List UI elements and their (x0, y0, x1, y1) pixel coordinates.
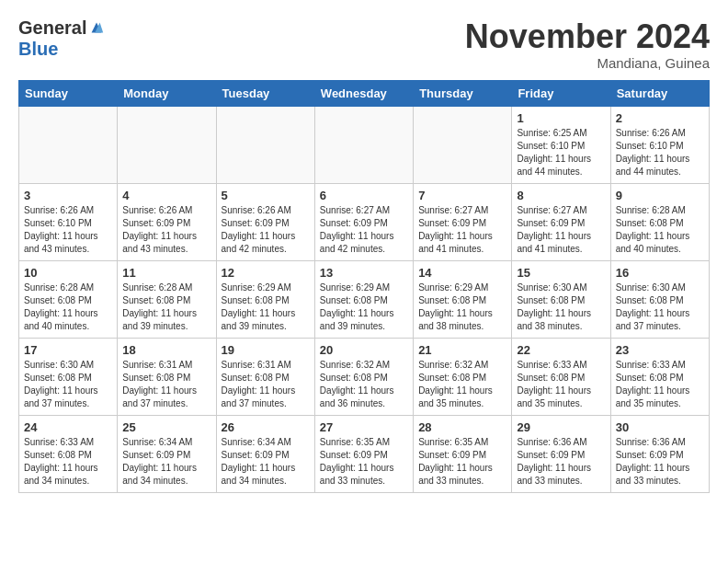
calendar-cell: 21Sunrise: 6:32 AMSunset: 6:08 PMDayligh… (414, 338, 512, 415)
day-number: 28 (418, 420, 506, 434)
calendar-cell (19, 106, 118, 183)
cell-details: Sunrise: 6:28 AMSunset: 6:08 PMDaylight:… (122, 282, 210, 333)
cell-details: Sunrise: 6:25 AMSunset: 6:10 PMDaylight:… (517, 127, 605, 178)
logo-general-text: General (18, 18, 86, 37)
logo-blue-text: Blue (18, 39, 58, 59)
calendar-cell: 23Sunrise: 6:33 AMSunset: 6:08 PMDayligh… (610, 338, 709, 415)
cell-details: Sunrise: 6:31 AMSunset: 6:08 PMDaylight:… (122, 359, 210, 410)
calendar-cell: 17Sunrise: 6:30 AMSunset: 6:08 PMDayligh… (19, 338, 118, 415)
calendar-cell: 25Sunrise: 6:34 AMSunset: 6:09 PMDayligh… (118, 415, 216, 492)
cell-details: Sunrise: 6:30 AMSunset: 6:08 PMDaylight:… (616, 282, 704, 333)
calendar-cell (414, 106, 512, 183)
calendar-cell: 7Sunrise: 6:27 AMSunset: 6:09 PMDaylight… (414, 183, 512, 260)
day-number: 13 (320, 266, 408, 280)
day-number: 20 (320, 343, 408, 357)
col-header-saturday: Saturday (610, 80, 709, 106)
day-number: 11 (122, 266, 210, 280)
cell-details: Sunrise: 6:27 AMSunset: 6:09 PMDaylight:… (320, 204, 408, 256)
calendar-cell: 10Sunrise: 6:28 AMSunset: 6:08 PMDayligh… (19, 260, 118, 338)
cell-details: Sunrise: 6:29 AMSunset: 6:08 PMDaylight:… (222, 282, 310, 333)
cell-details: Sunrise: 6:26 AMSunset: 6:10 PMDaylight:… (24, 204, 112, 256)
col-header-friday: Friday (512, 80, 610, 106)
day-number: 21 (418, 343, 506, 357)
day-number: 27 (320, 420, 408, 434)
cell-details: Sunrise: 6:26 AMSunset: 6:09 PMDaylight:… (222, 204, 310, 256)
col-header-tuesday: Tuesday (216, 80, 314, 106)
cell-details: Sunrise: 6:33 AMSunset: 6:08 PMDaylight:… (616, 359, 704, 410)
cell-details: Sunrise: 6:27 AMSunset: 6:09 PMDaylight:… (418, 204, 506, 256)
col-header-thursday: Thursday (414, 80, 512, 106)
day-number: 26 (222, 420, 310, 434)
day-number: 29 (517, 420, 605, 434)
week-row-4: 17Sunrise: 6:30 AMSunset: 6:08 PMDayligh… (19, 338, 710, 415)
cell-details: Sunrise: 6:35 AMSunset: 6:09 PMDaylight:… (418, 436, 506, 488)
calendar-table: SundayMondayTuesdayWednesdayThursdayFrid… (18, 80, 710, 493)
calendar-cell: 9Sunrise: 6:28 AMSunset: 6:08 PMDaylight… (610, 183, 709, 260)
day-number: 3 (24, 189, 112, 202)
cell-details: Sunrise: 6:26 AMSunset: 6:10 PMDaylight:… (616, 127, 704, 178)
cell-details: Sunrise: 6:26 AMSunset: 6:09 PMDaylight:… (122, 204, 210, 256)
calendar-cell: 18Sunrise: 6:31 AMSunset: 6:08 PMDayligh… (118, 338, 216, 415)
cell-details: Sunrise: 6:30 AMSunset: 6:08 PMDaylight:… (517, 282, 605, 333)
title-block: November 2024 Mandiana, Guinea (465, 18, 710, 71)
cell-details: Sunrise: 6:30 AMSunset: 6:08 PMDaylight:… (24, 359, 112, 410)
calendar-cell: 26Sunrise: 6:34 AMSunset: 6:09 PMDayligh… (216, 415, 314, 492)
day-number: 23 (616, 343, 704, 357)
calendar-cell: 30Sunrise: 6:36 AMSunset: 6:09 PMDayligh… (610, 415, 709, 492)
day-number: 25 (122, 420, 210, 434)
cell-details: Sunrise: 6:29 AMSunset: 6:08 PMDaylight:… (320, 282, 408, 333)
calendar-cell: 8Sunrise: 6:27 AMSunset: 6:09 PMDaylight… (512, 183, 610, 260)
calendar-cell: 19Sunrise: 6:31 AMSunset: 6:08 PMDayligh… (216, 338, 314, 415)
day-number: 10 (24, 266, 112, 280)
col-header-wednesday: Wednesday (314, 80, 413, 106)
calendar-cell: 29Sunrise: 6:36 AMSunset: 6:09 PMDayligh… (512, 415, 610, 492)
week-row-2: 3Sunrise: 6:26 AMSunset: 6:10 PMDaylight… (19, 183, 710, 260)
day-number: 18 (122, 343, 210, 357)
col-header-monday: Monday (118, 80, 216, 106)
cell-details: Sunrise: 6:28 AMSunset: 6:08 PMDaylight:… (24, 282, 112, 333)
cell-details: Sunrise: 6:32 AMSunset: 6:08 PMDaylight:… (320, 359, 408, 410)
week-row-1: 1Sunrise: 6:25 AMSunset: 6:10 PMDaylight… (19, 106, 710, 183)
day-number: 12 (222, 266, 310, 280)
day-number: 16 (616, 266, 704, 280)
day-number: 5 (222, 189, 310, 202)
calendar-cell: 27Sunrise: 6:35 AMSunset: 6:09 PMDayligh… (314, 415, 413, 492)
calendar-cell: 4Sunrise: 6:26 AMSunset: 6:09 PMDaylight… (118, 183, 216, 260)
calendar-cell (216, 106, 314, 183)
logo: General Blue (18, 18, 105, 60)
day-number: 2 (616, 111, 704, 125)
cell-details: Sunrise: 6:28 AMSunset: 6:08 PMDaylight:… (616, 204, 704, 256)
cell-details: Sunrise: 6:33 AMSunset: 6:08 PMDaylight:… (517, 359, 605, 410)
cell-details: Sunrise: 6:33 AMSunset: 6:08 PMDaylight:… (24, 436, 112, 488)
day-number: 15 (517, 266, 605, 280)
cell-details: Sunrise: 6:36 AMSunset: 6:09 PMDaylight:… (517, 436, 605, 488)
day-number: 14 (418, 266, 506, 280)
day-number: 7 (418, 189, 506, 202)
day-number: 22 (517, 343, 605, 357)
calendar-cell: 16Sunrise: 6:30 AMSunset: 6:08 PMDayligh… (610, 260, 709, 338)
calendar-cell (314, 106, 413, 183)
col-header-sunday: Sunday (19, 80, 118, 106)
week-row-5: 24Sunrise: 6:33 AMSunset: 6:08 PMDayligh… (19, 415, 710, 492)
month-title: November 2024 (465, 18, 710, 55)
calendar-cell (118, 106, 216, 183)
calendar-cell: 28Sunrise: 6:35 AMSunset: 6:09 PMDayligh… (414, 415, 512, 492)
day-number: 1 (517, 111, 605, 125)
calendar-cell: 2Sunrise: 6:26 AMSunset: 6:10 PMDaylight… (610, 106, 709, 183)
cell-details: Sunrise: 6:34 AMSunset: 6:09 PMDaylight:… (122, 436, 210, 488)
calendar-cell: 20Sunrise: 6:32 AMSunset: 6:08 PMDayligh… (314, 338, 413, 415)
day-number: 9 (616, 189, 704, 202)
calendar-cell: 12Sunrise: 6:29 AMSunset: 6:08 PMDayligh… (216, 260, 314, 338)
day-number: 17 (24, 343, 112, 357)
calendar-cell: 3Sunrise: 6:26 AMSunset: 6:10 PMDaylight… (19, 183, 118, 260)
week-row-3: 10Sunrise: 6:28 AMSunset: 6:08 PMDayligh… (19, 260, 710, 338)
calendar-cell: 22Sunrise: 6:33 AMSunset: 6:08 PMDayligh… (512, 338, 610, 415)
calendar-cell: 11Sunrise: 6:28 AMSunset: 6:08 PMDayligh… (118, 260, 216, 338)
page-header: General Blue November 2024 Mandiana, Gui… (18, 18, 710, 71)
day-number: 8 (517, 189, 605, 202)
cell-details: Sunrise: 6:29 AMSunset: 6:08 PMDaylight:… (418, 282, 506, 333)
day-number: 30 (616, 420, 704, 434)
cell-details: Sunrise: 6:32 AMSunset: 6:08 PMDaylight:… (418, 359, 506, 410)
cell-details: Sunrise: 6:36 AMSunset: 6:09 PMDaylight:… (616, 436, 704, 488)
calendar-cell: 15Sunrise: 6:30 AMSunset: 6:08 PMDayligh… (512, 260, 610, 338)
